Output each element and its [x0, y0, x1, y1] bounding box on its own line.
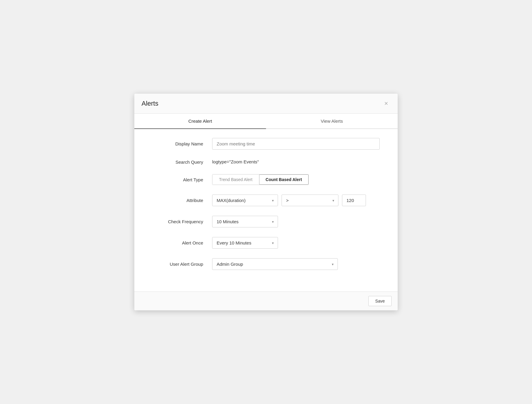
- attribute-select-wrapper: MAX(duration) MIN(duration) AVG(duration…: [212, 195, 278, 206]
- operator-select-wrapper: > < >= <= = !=: [282, 195, 338, 206]
- check-frequency-row: Check Frequency 10 Minutes 5 Minutes 15 …: [152, 216, 380, 227]
- search-query-control: logtype="Zoom Events": [212, 159, 380, 165]
- display-name-control: [212, 138, 380, 150]
- alert-type-control: Trend Based Alert Count Based Alert: [212, 174, 380, 185]
- user-alert-group-select-wrapper: Admin Group Dev Group Ops Group: [212, 258, 338, 270]
- tabs-container: Create Alert View Alerts: [134, 114, 398, 129]
- display-name-input[interactable]: [212, 138, 380, 150]
- check-frequency-label: Check Frequency: [152, 219, 212, 224]
- count-based-alert-button[interactable]: Count Based Alert: [259, 174, 309, 185]
- close-button[interactable]: ×: [382, 99, 390, 108]
- threshold-input[interactable]: [342, 195, 366, 206]
- dialog-body: Display Name Search Query logtype="Zoom …: [134, 129, 398, 291]
- attribute-select[interactable]: MAX(duration) MIN(duration) AVG(duration…: [212, 195, 278, 206]
- user-alert-group-select[interactable]: Admin Group Dev Group Ops Group: [212, 258, 338, 270]
- user-alert-group-label: User Alert Group: [152, 262, 212, 267]
- search-query-value: logtype="Zoom Events": [212, 158, 259, 165]
- dialog-footer: Save: [134, 291, 398, 310]
- display-name-row: Display Name: [152, 138, 380, 150]
- operator-select[interactable]: > < >= <= = !=: [282, 195, 338, 206]
- save-button[interactable]: Save: [368, 296, 392, 306]
- alerts-dialog: Alerts × Create Alert View Alerts Displa…: [134, 94, 398, 310]
- display-name-label: Display Name: [152, 141, 212, 146]
- check-frequency-select[interactable]: 10 Minutes 5 Minutes 15 Minutes 30 Minut…: [212, 216, 278, 227]
- check-frequency-control: 10 Minutes 5 Minutes 15 Minutes 30 Minut…: [212, 216, 380, 227]
- alert-once-select[interactable]: Every 10 Minutes Every 5 Minutes Every 1…: [212, 237, 278, 249]
- alert-once-select-wrapper: Every 10 Minutes Every 5 Minutes Every 1…: [212, 237, 278, 249]
- alert-once-label: Alert Once: [152, 240, 212, 245]
- attribute-control: MAX(duration) MIN(duration) AVG(duration…: [212, 195, 380, 206]
- user-alert-group-row: User Alert Group Admin Group Dev Group O…: [152, 258, 380, 270]
- alert-type-group: Trend Based Alert Count Based Alert: [212, 174, 309, 185]
- tab-view-alerts[interactable]: View Alerts: [266, 114, 398, 128]
- dialog-header: Alerts ×: [134, 94, 398, 114]
- attribute-group: MAX(duration) MIN(duration) AVG(duration…: [212, 195, 380, 206]
- search-query-label: Search Query: [152, 160, 212, 165]
- alert-type-label: Alert Type: [152, 177, 212, 182]
- attribute-label: Attribute: [152, 198, 212, 203]
- search-query-row: Search Query logtype="Zoom Events": [152, 159, 380, 165]
- user-alert-group-control: Admin Group Dev Group Ops Group: [212, 258, 380, 270]
- alert-once-control: Every 10 Minutes Every 5 Minutes Every 1…: [212, 237, 380, 249]
- alert-type-row: Alert Type Trend Based Alert Count Based…: [152, 174, 380, 185]
- trend-based-alert-button[interactable]: Trend Based Alert: [212, 174, 259, 185]
- alert-once-row: Alert Once Every 10 Minutes Every 5 Minu…: [152, 237, 380, 249]
- attribute-row: Attribute MAX(duration) MIN(duration) AV…: [152, 195, 380, 206]
- tab-create-alert[interactable]: Create Alert: [134, 114, 266, 128]
- dialog-title: Alerts: [142, 100, 158, 107]
- check-frequency-select-wrapper: 10 Minutes 5 Minutes 15 Minutes 30 Minut…: [212, 216, 278, 227]
